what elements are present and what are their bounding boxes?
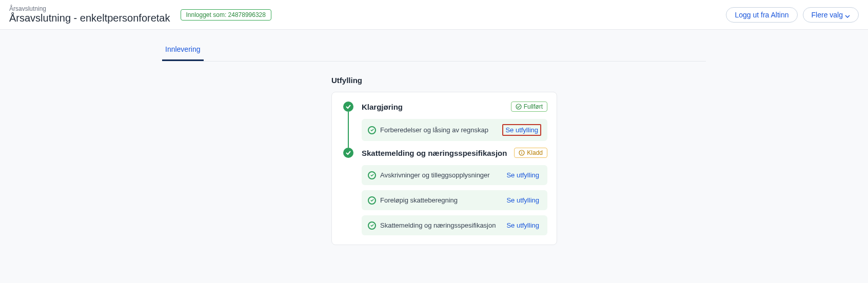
task-label: Avskrivninger og tilleggsopplysninger — [380, 171, 490, 179]
page-header: Årsavslutning Årsavslutning - enkeltpers… — [0, 0, 868, 30]
step-header: Skattemelding og næringsspesifikasjon Kl… — [362, 148, 547, 158]
step-title: Skattemelding og næringsspesifikasjon — [362, 149, 507, 157]
task-action-link[interactable]: Se utfylling — [504, 220, 541, 230]
logout-label: Logg ut fra Altinn — [735, 11, 788, 19]
step-connector-line — [348, 112, 349, 148]
step-indicator — [341, 148, 356, 158]
step-header: Klargjøring Fullført — [362, 102, 547, 112]
status-badge-complete: Fullført — [511, 102, 547, 112]
breadcrumb: Årsavslutning — [9, 5, 170, 12]
more-options-label: Flere valg — [812, 11, 843, 19]
tabs: Innlevering — [162, 40, 706, 62]
step-title: Klargjøring — [362, 103, 403, 111]
info-icon — [519, 150, 525, 156]
chevron-down-icon — [845, 12, 850, 17]
step-body: Skattemelding og næringsspesifikasjon Kl… — [356, 148, 547, 235]
steps-card: Klargjøring Fullført Forberedelser og lå… — [331, 92, 557, 245]
more-options-button[interactable]: Flere valg — [803, 7, 859, 23]
task-action-link[interactable]: Se utfylling — [504, 195, 541, 205]
task-label: Foreløpig skatteberegning — [380, 196, 458, 204]
status-label: Kladd — [527, 149, 543, 156]
status-label: Fullført — [524, 103, 543, 110]
task-left: Forberedelser og låsing av regnskap — [368, 126, 488, 134]
step-indicator — [341, 102, 356, 148]
step-klargjoring: Klargjøring Fullført Forberedelser og lå… — [341, 102, 547, 148]
task-left: Avskrivninger og tilleggsopplysninger — [368, 171, 490, 179]
page-title: Årsavslutning - enkeltpersonforetak — [9, 12, 170, 24]
check-circle-outline-icon — [368, 171, 376, 179]
task-label: Skattemelding og næringsspesifikasjon — [380, 221, 496, 229]
svg-point-0 — [516, 104, 521, 109]
check-circle-outline-icon — [368, 221, 376, 230]
svg-rect-3 — [522, 153, 522, 154]
task-left: Foreløpig skatteberegning — [368, 196, 458, 205]
check-circle-outline-icon — [368, 126, 376, 134]
task-action-link[interactable]: Se utfylling — [502, 124, 541, 136]
login-badge: Innlogget som: 24878996328 — [181, 9, 271, 21]
status-badge-draft: Kladd — [514, 148, 547, 158]
check-circle-outline-icon — [368, 196, 376, 205]
check-icon — [516, 104, 522, 110]
check-circle-icon — [343, 148, 353, 158]
header-right: Logg ut fra Altinn Flere valg — [726, 7, 859, 23]
step-body: Klargjøring Fullført Forberedelser og lå… — [356, 102, 547, 146]
check-circle-icon — [343, 102, 353, 112]
header-left: Årsavslutning Årsavslutning - enkeltpers… — [9, 5, 271, 24]
section-title: Utfylling — [331, 76, 706, 85]
title-group: Årsavslutning Årsavslutning - enkeltpers… — [9, 5, 170, 24]
task-action-link[interactable]: Se utfylling — [504, 170, 541, 180]
task-item: Foreløpig skatteberegning Se utfylling — [362, 190, 547, 210]
step-skattemelding: Skattemelding og næringsspesifikasjon Kl… — [341, 148, 547, 235]
task-item: Avskrivninger og tilleggsopplysninger Se… — [362, 165, 547, 185]
tab-innlevering[interactable]: Innlevering — [162, 40, 204, 61]
task-left: Skattemelding og næringsspesifikasjon — [368, 221, 496, 230]
task-label: Forberedelser og låsing av regnskap — [380, 126, 488, 134]
content-wrap: Innlevering Utfylling Klargjøring Ful — [152, 40, 716, 245]
task-item: Forberedelser og låsing av regnskap Se u… — [362, 119, 547, 141]
logout-button[interactable]: Logg ut fra Altinn — [726, 7, 797, 23]
svg-point-2 — [521, 151, 522, 152]
task-item: Skattemelding og næringsspesifikasjon Se… — [362, 215, 547, 235]
